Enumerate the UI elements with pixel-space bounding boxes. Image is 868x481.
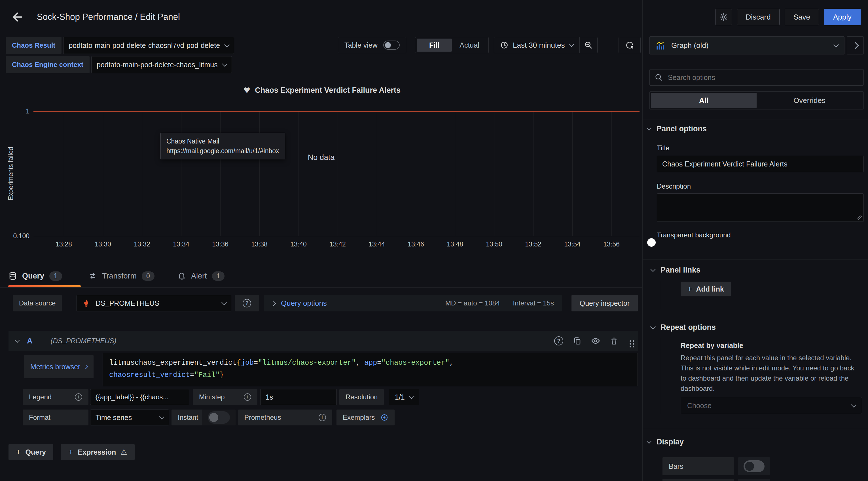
active-tab-underline [8, 285, 81, 287]
legend-input[interactable]: {{app_label}} - {{chaos... [90, 389, 189, 405]
resolution-chip: Resolution [339, 389, 384, 405]
data-source-help-button[interactable]: ? [235, 295, 259, 311]
info-icon: i [244, 393, 251, 401]
duplicate-icon[interactable] [573, 337, 581, 345]
search-options-input[interactable] [667, 73, 858, 82]
table-view-toggle[interactable] [383, 40, 400, 50]
tooltip-title: Chaos Native Mail [166, 137, 279, 146]
gridline [259, 111, 260, 236]
collapse-options-button[interactable] [847, 36, 864, 55]
description-textarea[interactable] [657, 193, 864, 222]
grafana-edit-panel: Sock-Shop Performance / Edit Panel Disca… [0, 0, 868, 481]
add-link-button[interactable]: + Add link [681, 282, 731, 296]
tab-transform[interactable]: Transform 0 [88, 265, 154, 287]
visualization-picker[interactable]: Graph (old) [649, 36, 844, 55]
panel-links-header[interactable]: Panel links [651, 266, 701, 274]
chevron-right-icon [84, 364, 88, 369]
time-range-button[interactable]: Last 30 minutes [494, 37, 580, 53]
display-header[interactable]: Display [647, 437, 684, 446]
options-tabs: All Overrides [649, 91, 864, 110]
divider [643, 317, 868, 318]
title-input[interactable] [657, 156, 864, 172]
x-tick-label: 13:54 [564, 241, 581, 248]
gridline [494, 111, 494, 236]
fill-option[interactable]: Fill [417, 38, 452, 52]
zoom-out-button[interactable] [580, 37, 597, 53]
add-expression-button[interactable]: + Expression ⚠ [61, 444, 135, 460]
legend-label: Legend [29, 393, 52, 401]
section-title: Panel links [660, 266, 701, 274]
x-tick-label: 13:48 [447, 241, 463, 248]
query-options-label: Query options [281, 299, 327, 308]
query-inspector-button[interactable]: Query inspector [571, 295, 638, 311]
gridline [533, 111, 533, 236]
panel-title: Chaos Experiment Verdict Failure Alerts [255, 86, 401, 95]
query-row-header[interactable]: A (DS_PROMETHEUS) ? [8, 331, 638, 351]
gridline [220, 111, 221, 236]
plus-icon: + [68, 447, 73, 457]
variable-value-dropdown[interactable]: podtato-main-pod-delete-chaos_litmus [91, 56, 232, 73]
graph-viz-icon [656, 40, 665, 50]
format-dropdown[interactable]: Time series [90, 410, 169, 425]
panel-options-header[interactable]: Panel options [647, 124, 707, 133]
repeat-description: Repeat this panel for each value in the … [681, 353, 859, 394]
repeat-variable-select[interactable]: Choose [681, 397, 862, 414]
variable-value: podtato-main-pod-delete-chaosnl7vd-pod-d… [69, 41, 220, 50]
x-tick-label: 13:30 [95, 241, 111, 248]
refresh-button[interactable] [619, 37, 641, 53]
help-icon: ? [243, 299, 251, 307]
tab-overrides[interactable]: Overrides [756, 93, 862, 108]
tab-label: Query [22, 272, 44, 280]
back-button[interactable] [8, 8, 27, 26]
toggle-knob [745, 462, 754, 471]
query-help-button[interactable]: ? [554, 336, 563, 345]
heart-icon: ♥ [244, 86, 250, 95]
resolution-dropdown[interactable]: 1/1 [389, 389, 419, 405]
y-axis-title: Experiments failed [7, 147, 15, 200]
actual-option[interactable]: Actual [452, 38, 487, 52]
resize-handle[interactable] [858, 215, 862, 220]
annotation-tooltip: Chaos Native Mail https://mail.google.co… [160, 133, 285, 159]
drag-handle-icon[interactable] [629, 340, 631, 342]
query-options-bar: Query options MD = auto = 1084 Interval … [264, 295, 562, 311]
tooltip-url: https://mail.google.com/mail/u/1/#inbox [166, 146, 279, 156]
add-query-button[interactable]: + Query [8, 444, 53, 460]
promql-editor[interactable]: litmuschaos_experiment_verdict{job="litm… [103, 353, 638, 386]
instant-chip: Instant [172, 410, 205, 425]
repeat-placeholder: Choose [687, 401, 852, 410]
variable-label: Chaos Engine context [6, 56, 90, 73]
tab-query[interactable]: Query 1 [8, 265, 62, 287]
tab-all[interactable]: All [651, 93, 756, 108]
indent-guide [661, 338, 661, 414]
transform-icon [88, 272, 97, 280]
repeat-options-header[interactable]: Repeat options [651, 323, 716, 332]
max-data-points: MD = auto = 1084 [445, 299, 500, 307]
trash-icon[interactable] [610, 337, 618, 345]
zoom-out-icon [584, 41, 593, 49]
query-ref-id: A [27, 337, 33, 345]
exemplars-chip: Exemplars [337, 410, 395, 425]
variable-value-dropdown[interactable]: podtato-main-pod-delete-chaosnl7vd-pod-d… [63, 37, 234, 54]
chart-plot-area[interactable]: 13:2813:3013:3213:3413:3613:3813:4013:42… [33, 111, 640, 236]
panel-header[interactable]: ♥ Chaos Experiment Verdict Failure Alert… [4, 84, 640, 96]
data-source-picker[interactable]: DS_PROMETHEUS [76, 295, 231, 311]
min-step-chip: Min step i [193, 389, 257, 405]
chevron-right-icon [852, 42, 859, 49]
instant-toggle[interactable] [208, 411, 230, 424]
min-step-input[interactable]: 1s [260, 389, 337, 405]
query-options-toggle[interactable]: Query options [272, 299, 327, 308]
eye-icon[interactable] [591, 336, 600, 345]
search-icon [655, 73, 663, 81]
prometheus-label: Prometheus [244, 414, 281, 421]
tab-alert[interactable]: Alert 1 [178, 265, 224, 287]
arrow-left-icon [11, 10, 24, 24]
metrics-browser-button[interactable]: Metrics browser [24, 355, 94, 378]
exemplars-icon[interactable] [380, 414, 389, 421]
chevron-down-icon [222, 61, 227, 66]
tab-label: Transform [102, 272, 136, 280]
variable-chaos-engine-context: Chaos Engine context podtato-main-pod-de… [6, 56, 232, 73]
metrics-browser-label: Metrics browser [30, 363, 80, 371]
bars-toggle[interactable] [744, 460, 765, 472]
warning-icon: ⚠ [121, 448, 127, 456]
query-datasource-hint: (DS_PROMETHEUS) [51, 337, 117, 345]
